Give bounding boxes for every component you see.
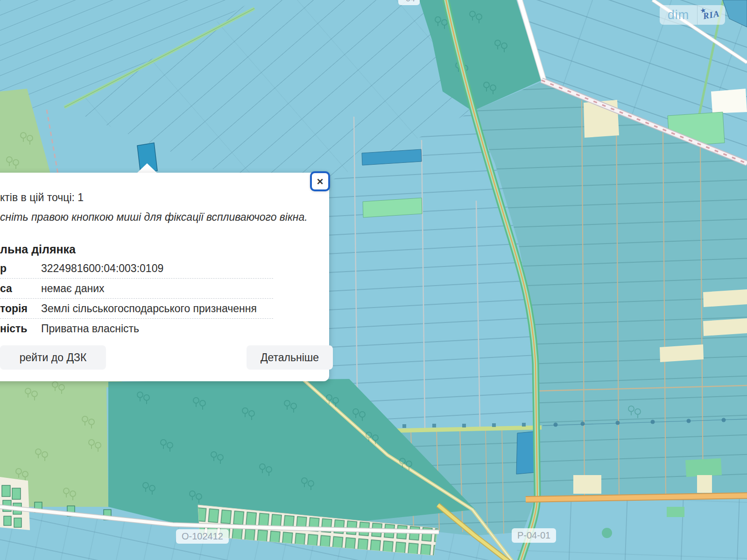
row-label: ність: [0, 322, 41, 335]
category-value: Землі сільськогосподарського призначення: [41, 302, 273, 315]
table-row: торія Землі сільськогосподарського призн…: [0, 299, 273, 319]
address-value: немає даних: [41, 282, 273, 295]
ria-logo: ★ RIA: [697, 7, 726, 22]
table-row: р 3224981600:04:003:0109: [0, 259, 273, 279]
road-label-o102412: O-102412: [176, 529, 229, 544]
details-button[interactable]: Детальніше: [247, 345, 333, 370]
go-to-dzk-button[interactable]: рейти до ДЗК: [0, 345, 106, 370]
dim-ria-watermark: dim ★ RIA: [660, 5, 725, 25]
table-row: са немає даних: [0, 279, 273, 299]
parcel-title: льна ділянка: [0, 243, 321, 257]
parcel-info-popup: ктів в цій точці: 1 сніть правою кнопкою…: [0, 173, 329, 381]
dim-logo: dim: [660, 8, 697, 22]
road-label-p0401: P-04-01: [512, 528, 556, 543]
parcel-attributes-table: р 3224981600:04:003:0109 са немає даних …: [0, 259, 273, 339]
table-row: ність Приватна власність: [0, 319, 273, 339]
popup-hint-text: сніть правою кнопкою миші для фіксації в…: [0, 211, 321, 225]
popup-pointer: [137, 163, 157, 173]
row-label: р: [0, 262, 41, 275]
road-label-top-partial: -04: [398, 0, 420, 5]
objects-count-text: ктів в цій точці: 1: [0, 191, 321, 204]
close-icon[interactable]: ×: [310, 171, 330, 191]
ownership-value: Приватна власність: [41, 322, 273, 335]
row-label: торія: [0, 302, 41, 315]
row-label: са: [0, 282, 41, 295]
cadastral-number-value: 3224981600:04:003:0109: [41, 262, 273, 275]
cadastral-map-viewer: O-102412 P-04-01 -04 dim ★ RIA ктів в ці…: [0, 0, 747, 560]
ria-star-icon: ★: [700, 7, 707, 15]
